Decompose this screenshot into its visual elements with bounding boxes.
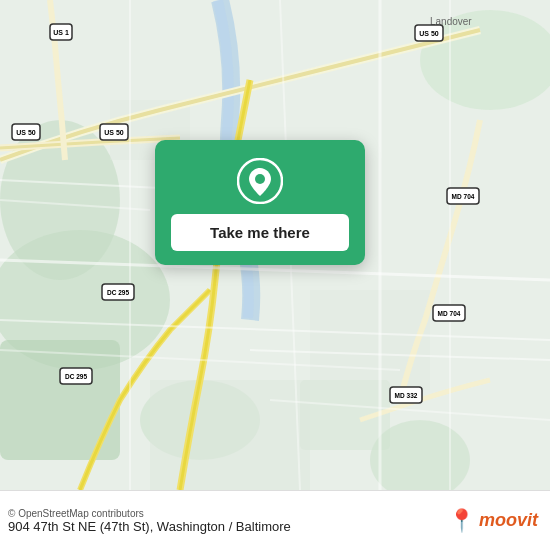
svg-rect-9 [310,290,430,390]
svg-text:US 50: US 50 [16,129,36,136]
svg-rect-8 [150,380,310,490]
footer-info: © OpenStreetMap contributors 904 47th St… [8,508,291,534]
svg-text:US 50: US 50 [419,30,439,37]
svg-text:DC 295: DC 295 [65,373,87,380]
map-container: Landover US 1 US 50 US 50 US 50 DC 295 D… [0,0,550,490]
moovit-pin-icon: 📍 [448,508,475,534]
address-text: 904 47th St NE (47th St), Washington / B… [8,519,291,534]
svg-text:MD 704: MD 704 [452,193,475,200]
svg-text:US 50: US 50 [104,129,124,136]
location-pin-icon [237,158,283,204]
moovit-brand-text: moovit [479,510,538,531]
svg-text:DC 295: DC 295 [107,289,129,296]
svg-text:US 1: US 1 [53,29,69,36]
footer: © OpenStreetMap contributors 904 47th St… [0,490,550,550]
take-me-there-button[interactable]: Take me there [171,214,349,251]
popup-card: Take me there [155,140,365,265]
svg-point-42 [255,174,265,184]
svg-text:MD 332: MD 332 [395,392,418,399]
svg-text:MD 704: MD 704 [438,310,461,317]
osm-credit: © OpenStreetMap contributors [8,508,291,519]
moovit-logo: 📍 moovit [448,508,538,534]
